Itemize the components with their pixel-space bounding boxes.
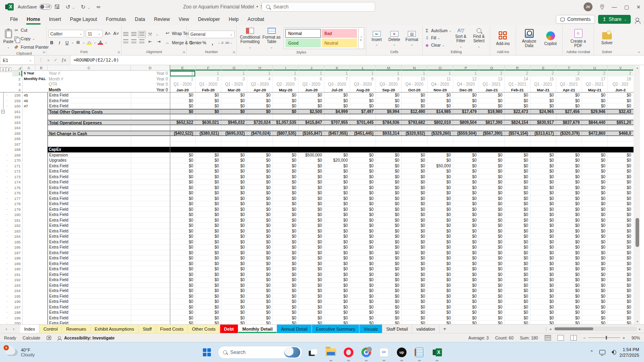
taskbar-search-box[interactable]: Search — [218, 346, 302, 359]
row-header-196[interactable]: 196 — [12, 299, 23, 304]
cell-K174[interactable]: $0 — [324, 179, 350, 185]
cell-A193[interactable] — [23, 283, 47, 288]
cell-D180[interactable] — [131, 212, 170, 218]
cell-I158[interactable]: $0 — [273, 93, 299, 98]
cell-C181[interactable]: Extra Field — [47, 218, 131, 223]
cell-F198[interactable]: $0 — [196, 310, 221, 315]
cell-G177[interactable]: $0 — [221, 196, 247, 202]
cell-N189[interactable]: $0 — [402, 261, 427, 267]
cell-V177[interactable]: $0 — [608, 196, 634, 202]
cell-H166[interactable] — [247, 136, 273, 142]
sheet-nav-left-icon[interactable]: ‹ — [6, 326, 7, 332]
cell-V174[interactable]: $0 — [608, 179, 634, 185]
row-header-197[interactable]: 197 — [12, 304, 23, 310]
cell-M191[interactable]: $0 — [376, 272, 402, 278]
zoom-level[interactable]: 90% — [632, 335, 640, 340]
cell-N170[interactable]: $0 — [402, 158, 427, 163]
cell-T169[interactable]: $0 — [556, 152, 582, 158]
cell-I194[interactable]: $0 — [273, 288, 299, 294]
redo-icon[interactable]: ↻ ⌄ — [81, 4, 91, 10]
cell-C186[interactable]: Extra Field — [47, 245, 131, 250]
cell-C158[interactable]: Extra Field — [47, 93, 131, 98]
cell-I3[interactable]: Q2 - 2020 — [273, 82, 299, 87]
cell-P195[interactable]: $0 — [453, 294, 479, 299]
cell-F193[interactable]: $0 — [196, 283, 221, 288]
cell-M184[interactable]: $0 — [376, 234, 402, 239]
status-calculate[interactable]: Calculate — [23, 335, 40, 340]
cell-P163[interactable]: $809,504 — [453, 120, 479, 125]
cell-O181[interactable]: $0 — [427, 218, 453, 223]
cell-K181[interactable]: $0 — [324, 218, 350, 223]
cell-I4[interactable]: May-20 — [273, 87, 299, 93]
sheet-tab-control[interactable]: Control — [39, 325, 62, 333]
cell-E186[interactable]: $0 — [170, 245, 196, 250]
cell-S194[interactable]: $0 — [530, 288, 556, 294]
cell-R189[interactable]: $0 — [505, 261, 530, 267]
cell-L172[interactable]: $0 — [350, 169, 376, 174]
cell-G163[interactable]: $945,032 — [221, 120, 247, 125]
cell-K167[interactable] — [324, 142, 350, 147]
cell-U2[interactable]: 17 — [582, 76, 608, 82]
column-header-F[interactable]: F — [196, 65, 221, 70]
cell-O190[interactable]: $0 — [427, 266, 453, 272]
cell-V160[interactable]: $0 — [608, 103, 634, 109]
cell-O171[interactable]: $50,000 — [427, 163, 453, 169]
cell-U180[interactable]: $0 — [582, 212, 608, 218]
cell-J158[interactable]: $0 — [299, 93, 324, 98]
cell-K161[interactable]: $4,999 — [324, 109, 350, 114]
cell-D170[interactable] — [131, 158, 170, 163]
cell-R178[interactable]: $0 — [505, 201, 530, 207]
cell-E194[interactable]: $0 — [170, 288, 196, 294]
cell-C185[interactable]: Extra Field — [47, 239, 131, 245]
cell-D4[interactable]: Year 0 — [131, 87, 170, 93]
cell-F179[interactable]: $0 — [196, 207, 221, 212]
cell-Q159[interactable]: $0 — [479, 98, 505, 104]
cell-G180[interactable]: $0 — [221, 212, 247, 218]
cell-P179[interactable]: $0 — [453, 207, 479, 212]
cell-T166[interactable] — [556, 136, 582, 142]
cell-P1[interactable]: 1 — [453, 71, 479, 76]
cell-N182[interactable]: $0 — [402, 223, 427, 228]
cell-C173[interactable]: Extra Field — [47, 174, 131, 180]
cell-U163[interactable]: $844,440 — [582, 120, 608, 125]
cell-A180[interactable] — [23, 212, 47, 218]
row-header-184[interactable]: 184 — [12, 234, 23, 239]
cell-Q160[interactable]: $0 — [479, 103, 505, 109]
cell-D190[interactable] — [131, 266, 170, 272]
cell-I199[interactable]: $0 — [273, 315, 299, 321]
cell-L164[interactable] — [350, 125, 376, 131]
cell-S165[interactable]: ($313,617) — [530, 131, 556, 136]
cell-A158[interactable]: 45 — [23, 93, 47, 98]
cell-E184[interactable]: $0 — [170, 234, 196, 239]
cell-C175[interactable]: Extra Field — [47, 185, 131, 191]
taskbar-start-icon[interactable] — [200, 346, 214, 359]
cell-Q163[interactable]: $817,390 — [479, 120, 505, 125]
number-dialog-launcher[interactable]: ⇲ — [232, 50, 235, 54]
cell-R191[interactable]: $0 — [505, 272, 530, 278]
cell-I198[interactable]: $0 — [273, 310, 299, 315]
cell-E174[interactable]: $0 — [170, 179, 196, 185]
cell-V166[interactable] — [608, 136, 634, 142]
cell-F189[interactable]: $0 — [196, 261, 221, 267]
cell-G167[interactable] — [221, 142, 247, 147]
cell-G200[interactable]: $0 — [221, 321, 247, 324]
cell-L171[interactable]: $0 — [350, 163, 376, 169]
cell-H196[interactable]: $0 — [247, 299, 273, 304]
copy-button[interactable]: Copy⌄ — [14, 35, 49, 42]
cell-M186[interactable]: $0 — [376, 245, 402, 250]
cell-V182[interactable]: $0 — [608, 223, 634, 228]
cell-D172[interactable] — [131, 169, 170, 174]
cell-J2[interactable]: 6 — [299, 76, 324, 82]
cell-P182[interactable]: $0 — [453, 223, 479, 228]
cell-T186[interactable]: $0 — [556, 245, 582, 250]
column-header-B[interactable]: B — [35, 65, 47, 70]
cell-T190[interactable]: $0 — [556, 266, 582, 272]
cell-N196[interactable]: $0 — [402, 299, 427, 304]
menu-tab-file[interactable]: File — [6, 14, 22, 25]
cell-C194[interactable]: Extra Field — [47, 288, 131, 294]
decrease-indent-icon[interactable]: ⇤ — [147, 39, 153, 44]
cell-J184[interactable]: $0 — [299, 234, 324, 239]
cell-D179[interactable] — [131, 207, 170, 212]
cell-V164[interactable] — [608, 125, 634, 131]
cell-P171[interactable]: $0 — [453, 163, 479, 169]
